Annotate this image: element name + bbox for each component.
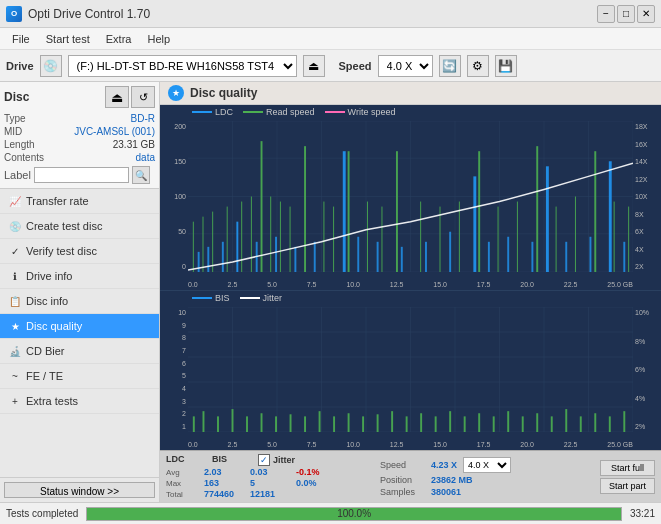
write-speed-label: Write speed <box>348 107 396 117</box>
max-bis: 5 <box>250 478 280 488</box>
sidebar-item-extra-tests[interactable]: + Extra tests <box>0 389 159 414</box>
svg-rect-113 <box>623 411 625 432</box>
speed-select[interactable]: 4.0 X <box>378 55 433 77</box>
svg-rect-84 <box>203 411 205 432</box>
eject-button[interactable]: ⏏ <box>303 55 325 77</box>
svg-rect-34 <box>565 242 567 272</box>
mid-label: MID <box>4 126 22 137</box>
contents-row: Contents data <box>4 151 155 164</box>
speed-label: Speed <box>339 60 372 72</box>
menu-start-test[interactable]: Start test <box>38 31 98 47</box>
svg-rect-26 <box>401 247 403 272</box>
sidebar-item-disc-info[interactable]: 📋 Disc info <box>0 289 159 314</box>
write-speed-color <box>325 111 345 113</box>
start-full-button[interactable]: Start full <box>600 460 655 476</box>
sidebar-item-disc-quality[interactable]: ★ Disc quality <box>0 314 159 339</box>
close-button[interactable]: ✕ <box>637 5 655 23</box>
jitter-checkbox[interactable]: ✓ <box>258 454 270 466</box>
x-axis-labels-1: 0.0 2.5 5.0 7.5 10.0 12.5 15.0 17.5 20.0… <box>188 281 633 288</box>
svg-rect-97 <box>391 411 393 432</box>
menu-extra[interactable]: Extra <box>98 31 140 47</box>
svg-rect-58 <box>478 151 480 272</box>
settings-button[interactable]: ⚙ <box>467 55 489 77</box>
minimize-button[interactable]: − <box>597 5 615 23</box>
svg-rect-108 <box>551 416 553 432</box>
y-label: 50 <box>162 228 186 235</box>
title-bar: O Opti Drive Control 1.70 − □ ✕ <box>0 0 661 28</box>
y-label: 100 <box>162 193 186 200</box>
y-label: 10 <box>162 309 186 316</box>
svg-rect-23 <box>343 151 346 272</box>
chart1-legend: LDC Read speed Write speed <box>192 107 395 117</box>
disc-refresh-icon[interactable]: ↺ <box>131 86 155 108</box>
svg-rect-22 <box>314 242 316 272</box>
y-label: 200 <box>162 123 186 130</box>
svg-rect-28 <box>449 232 451 272</box>
svg-rect-59 <box>498 207 499 272</box>
y-label-r: 12X <box>635 176 659 183</box>
svg-rect-99 <box>420 413 422 432</box>
disc-eject-icon[interactable]: ⏏ <box>105 86 129 108</box>
svg-rect-66 <box>628 207 629 272</box>
svg-rect-45 <box>270 197 271 273</box>
svg-rect-55 <box>420 202 421 272</box>
menu-file[interactable]: File <box>4 31 38 47</box>
label-search-btn[interactable]: 🔍 <box>132 166 150 184</box>
svg-rect-63 <box>575 197 576 273</box>
charts-container: LDC Read speed Write speed 200 150 <box>160 105 661 502</box>
save-button[interactable]: 💾 <box>495 55 517 77</box>
app-title: Opti Drive Control 1.70 <box>28 7 150 21</box>
chart1-svg <box>188 121 633 272</box>
sidebar-item-drive-info[interactable]: ℹ Drive info <box>0 264 159 289</box>
speed-select-stats[interactable]: 4.0 X <box>463 457 511 473</box>
y-label: 4 <box>162 385 186 392</box>
svg-rect-30 <box>488 242 490 272</box>
position-value: 23862 MB <box>431 475 473 485</box>
svg-rect-96 <box>377 414 379 432</box>
refresh-button[interactable]: 🔄 <box>439 55 461 77</box>
maximize-button[interactable]: □ <box>617 5 635 23</box>
position-row: Position 23862 MB <box>380 475 511 485</box>
y-axis-right-2: 10% 8% 6% 4% 2% <box>633 307 661 432</box>
main-container: Disc ⏏ ↺ Type BD-R MID JVC-AMS6L (001) L… <box>0 82 661 502</box>
y-label: 2 <box>162 410 186 417</box>
sidebar-item-fe-te[interactable]: ~ FE / TE <box>0 364 159 389</box>
chart2-legend: BIS Jitter <box>192 293 282 303</box>
start-part-button[interactable]: Start part <box>600 478 655 494</box>
fe-te-label: FE / TE <box>26 370 63 382</box>
y-label: 9 <box>162 322 186 329</box>
svg-rect-38 <box>193 222 194 272</box>
sidebar-item-verify-test-disc[interactable]: ✓ Verify test disc <box>0 239 159 264</box>
length-label: Length <box>4 139 35 150</box>
disc-panel-header: Disc ⏏ ↺ <box>4 86 155 108</box>
menu-help[interactable]: Help <box>139 31 178 47</box>
status-time: 33:21 <box>630 508 655 519</box>
drive-icon-btn[interactable]: 💿 <box>40 55 62 77</box>
svg-rect-91 <box>304 416 306 432</box>
x-label: 20.0 <box>520 441 534 448</box>
sidebar-item-transfer-rate[interactable]: 📈 Transfer rate <box>0 189 159 214</box>
status-window-btn[interactable]: Status window >> <box>4 482 155 498</box>
svg-rect-43 <box>251 197 252 273</box>
svg-rect-112 <box>609 416 611 432</box>
drive-info-icon: ℹ <box>8 269 22 283</box>
total-bis: 12181 <box>250 489 280 499</box>
drive-select[interactable]: (F:) HL-DT-ST BD-RE WH16NS58 TST4 <box>68 55 297 77</box>
svg-rect-18 <box>236 222 238 272</box>
svg-rect-16 <box>207 247 209 272</box>
svg-rect-33 <box>546 166 549 272</box>
label-input[interactable] <box>34 167 129 183</box>
svg-rect-95 <box>362 416 364 432</box>
svg-rect-104 <box>493 416 495 432</box>
jitter-check-row: ✓ Jitter <box>258 454 295 466</box>
svg-rect-61 <box>536 146 538 272</box>
bis-color <box>192 297 212 299</box>
sidebar-item-cd-bier[interactable]: 🔬 CD Bier <box>0 339 159 364</box>
contents-value: data <box>136 152 155 163</box>
stats-bar: LDC BIS ✓ Jitter Avg 2.03 0.03 -0.1% <box>160 450 661 502</box>
svg-rect-62 <box>556 207 557 272</box>
svg-rect-39 <box>203 217 204 272</box>
sidebar-item-create-test-disc[interactable]: 💿 Create test disc <box>0 214 159 239</box>
x-label: 17.5 <box>477 281 491 288</box>
disc-quality-header-icon: ★ <box>168 85 184 101</box>
